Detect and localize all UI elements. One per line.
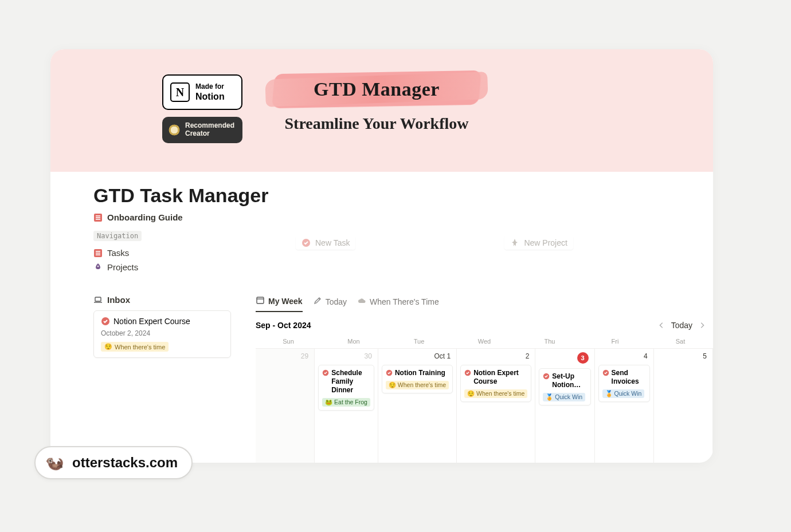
date-number: 30 xyxy=(317,352,375,360)
task-check-icon xyxy=(602,369,609,376)
sidebar-item-tasks[interactable]: Tasks xyxy=(93,246,237,260)
otter-icon: 🦦 xyxy=(45,453,64,472)
tab-label: Today xyxy=(326,297,347,306)
list-icon xyxy=(93,213,103,222)
inbox-heading[interactable]: Inbox xyxy=(93,295,237,305)
nav-label: Navigation xyxy=(93,231,142,241)
calendar-grid: 2930Schedule Family Dinner 🐸 Eat the Fro… xyxy=(256,348,713,463)
app-window: N Made for Notion Recommended Creator xyxy=(50,49,713,463)
calendar-range: Sep - Oct 2024 xyxy=(256,321,311,330)
tab-label: When There's Time xyxy=(370,297,439,306)
rocket-icon xyxy=(93,263,103,272)
main-content: New Task New Project My WeekTodayWhen Th… xyxy=(256,236,713,463)
task-check-icon xyxy=(543,373,550,380)
event-title: Schedule Family Dinner xyxy=(331,369,370,395)
svg-point-8 xyxy=(97,265,99,266)
inbox-card-title: Notion Expert Course xyxy=(113,317,190,326)
dow-label: Tue xyxy=(386,334,452,348)
tab-when-there-s-time[interactable]: When There's Time xyxy=(357,295,439,312)
event-title: Notion Expert Course xyxy=(473,369,527,386)
calendar-cell[interactable]: 4Send Invoices 🏅 Quick Win xyxy=(595,349,654,463)
tab-my-week[interactable]: My Week xyxy=(256,295,303,312)
new-project-label: New Project xyxy=(524,238,567,247)
event-chip: 😌 When there's time xyxy=(386,381,449,389)
onboarding-guide-link[interactable]: Onboarding Guide xyxy=(93,212,673,222)
dow-label: Sat xyxy=(648,334,713,348)
calendar-cell[interactable]: 5 xyxy=(654,349,713,463)
task-check-icon xyxy=(322,369,329,376)
calendar-event[interactable]: Notion Expert Course 😌 When there's time xyxy=(460,365,531,402)
event-title: Set-Up Notion… xyxy=(552,372,586,389)
calendar-event[interactable]: Schedule Family Dinner 🐸 Eat the Frog xyxy=(318,365,374,411)
inbox-card[interactable]: Notion Expert Course October 2, 2024 😌 W… xyxy=(93,310,231,358)
next-week-button[interactable] xyxy=(698,321,706,329)
page-title: GTD Task Manager xyxy=(93,184,673,207)
calendar-cell[interactable]: 2Notion Expert Course 😌 When there's tim… xyxy=(457,349,535,463)
event-title: Notion Training xyxy=(395,369,445,377)
task-check-icon xyxy=(101,317,110,326)
calendar-event[interactable]: Send Invoices 🏅 Quick Win xyxy=(598,365,650,402)
made-for-notion-badge: N Made for Notion xyxy=(162,74,242,110)
event-chip: 🏅 Quick Win xyxy=(602,389,645,398)
calendar-icon xyxy=(256,295,265,306)
task-check-icon xyxy=(386,369,393,376)
sidebar-item-projects[interactable]: Projects xyxy=(93,260,237,274)
new-project-button[interactable]: New Project xyxy=(504,236,573,250)
brand-label: otterstacks.com xyxy=(72,455,178,471)
svg-rect-13 xyxy=(257,297,264,304)
recommended-creator-badge: Recommended Creator xyxy=(162,117,242,143)
calendar-cell[interactable]: Oct 1Notion Training 😌 When there's time xyxy=(378,349,457,463)
sidebar-item-label: Tasks xyxy=(107,248,129,258)
made-for-small: Made for xyxy=(195,82,224,90)
list-icon xyxy=(93,249,103,258)
tab-today[interactable]: Today xyxy=(313,295,347,312)
date-number: 2 xyxy=(459,352,532,360)
new-task-button[interactable]: New Task xyxy=(296,236,355,250)
dow-label: Fri xyxy=(582,334,648,348)
prev-week-button[interactable] xyxy=(657,321,665,329)
recommended-line1: Recommended xyxy=(185,122,234,130)
inbox-card-chip: 😌 When there's time xyxy=(101,342,169,352)
view-tabs: My WeekTodayWhen There's Time xyxy=(256,295,713,313)
today-button[interactable]: Today xyxy=(671,321,692,330)
dow-label: Thu xyxy=(517,334,582,348)
task-check-icon xyxy=(464,369,471,376)
notion-logo-icon: N xyxy=(170,82,190,102)
svg-rect-9 xyxy=(95,297,101,301)
sidebar-item-label: Projects xyxy=(107,262,138,272)
date-number: 29 xyxy=(258,352,312,360)
date-number: 3 xyxy=(538,352,592,364)
inbox-label: Inbox xyxy=(107,295,130,305)
calendar-cell[interactable]: 30Schedule Family Dinner 🐸 Eat the Frog xyxy=(315,349,378,463)
date-number: 5 xyxy=(656,352,710,360)
calendar-cell[interactable]: 3Set-Up Notion… 🏅 Quick Win xyxy=(535,349,594,463)
new-task-label: New Task xyxy=(315,238,350,247)
inbox-card-date: October 2, 2024 xyxy=(101,329,224,337)
calendar-event[interactable]: Set-Up Notion… 🏅 Quick Win xyxy=(539,368,590,405)
pin-icon xyxy=(510,238,519,247)
calendar-cell[interactable]: 29 xyxy=(256,349,315,463)
sidebar: Navigation Tasks Projects Inbox Notion E… xyxy=(93,230,237,358)
calendar-event[interactable]: Notion Training 😌 When there's time xyxy=(382,365,453,393)
tab-label: My Week xyxy=(268,297,303,306)
laptop-icon xyxy=(93,295,103,305)
dow-label: Sun xyxy=(256,334,321,348)
task-check-icon xyxy=(301,238,311,247)
cover-subtitle: Streamline Your Workflow xyxy=(273,115,480,133)
ribbon-icon xyxy=(168,124,181,136)
recommended-line2: Creator xyxy=(185,130,234,138)
event-title: Send Invoices xyxy=(612,369,646,386)
dow-label: Mon xyxy=(321,334,386,348)
dow-row: SunMonTueWedThuFriSat xyxy=(256,334,713,348)
event-chip: 😌 When there's time xyxy=(464,389,527,398)
cover-title: GTD Manager xyxy=(273,72,480,107)
cloud-icon xyxy=(357,296,366,307)
badge-stack: N Made for Notion Recommended Creator xyxy=(162,74,242,143)
cover-title-brush: GTD Manager xyxy=(273,72,480,107)
cover-banner: N Made for Notion Recommended Creator xyxy=(50,49,713,172)
event-chip: 🏅 Quick Win xyxy=(543,393,585,401)
brand-badge[interactable]: 🦦 otterstacks.com xyxy=(34,446,193,479)
onboarding-label: Onboarding Guide xyxy=(107,212,183,222)
dow-label: Wed xyxy=(452,334,517,348)
pen-icon xyxy=(313,296,322,307)
